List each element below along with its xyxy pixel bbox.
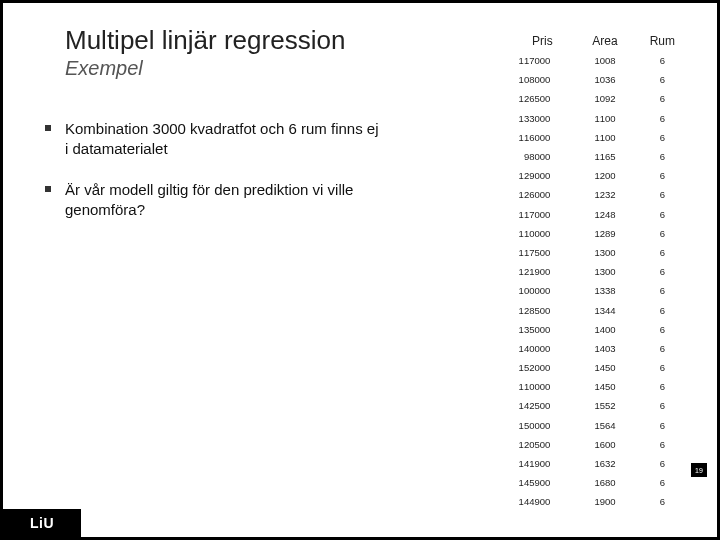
data-table: Pris Area Rum 11700010086108000103661265…: [509, 31, 691, 512]
cell-area: 1300: [576, 243, 633, 262]
cell-pris: 117000: [509, 51, 577, 70]
cell-pris: 140000: [509, 339, 577, 358]
bullet-square-icon: [45, 186, 51, 192]
cell-area: 1450: [576, 377, 633, 396]
cell-rum: 6: [634, 339, 691, 358]
bullet-list: Kombination 3000 kvadratfot och 6 rum fi…: [45, 119, 385, 240]
cell-pris: 120500: [509, 435, 577, 454]
cell-rum: 6: [634, 70, 691, 89]
cell-pris: 98000: [509, 147, 577, 166]
table-row: 11000012896: [509, 224, 691, 243]
table-body: 1170001008610800010366126500109261330001…: [509, 51, 691, 512]
cell-pris: 121900: [509, 262, 577, 281]
table-row: 11600011006: [509, 128, 691, 147]
table-row: 12850013446: [509, 300, 691, 319]
bullet-item: Kombination 3000 kvadratfot och 6 rum fi…: [45, 119, 385, 160]
cell-rum: 6: [634, 377, 691, 396]
cell-pris: 129000: [509, 166, 577, 185]
table-row: 12900012006: [509, 166, 691, 185]
cell-area: 1248: [576, 205, 633, 224]
cell-pris: 110000: [509, 224, 577, 243]
table-row: 9800011656: [509, 147, 691, 166]
cell-rum: 6: [634, 109, 691, 128]
cell-rum: 6: [634, 166, 691, 185]
bullet-text: Är vår modell giltig för den prediktion …: [65, 180, 385, 221]
table-row: 11700012486: [509, 205, 691, 224]
cell-rum: 6: [634, 128, 691, 147]
cell-rum: 6: [634, 51, 691, 70]
page-number: 19: [691, 463, 707, 477]
cell-pris: 144900: [509, 492, 577, 511]
table-row: 14490019006: [509, 492, 691, 511]
cell-pris: 117500: [509, 243, 577, 262]
cell-rum: 6: [634, 243, 691, 262]
table-row: 14190016326: [509, 454, 691, 473]
bullet-square-icon: [45, 125, 51, 131]
cell-pris: 126000: [509, 185, 577, 204]
table-row: 14000014036: [509, 339, 691, 358]
cell-area: 1100: [576, 128, 633, 147]
cell-area: 1344: [576, 300, 633, 319]
cell-rum: 6: [634, 320, 691, 339]
cell-pris: 152000: [509, 358, 577, 377]
cell-rum: 6: [634, 396, 691, 415]
col-rum: Rum: [634, 31, 691, 51]
cell-rum: 6: [634, 358, 691, 377]
cell-area: 1552: [576, 396, 633, 415]
cell-rum: 6: [634, 281, 691, 300]
slide-title: Multipel linjär regression: [65, 25, 345, 56]
table-row: 12190013006: [509, 262, 691, 281]
cell-area: 1600: [576, 435, 633, 454]
cell-area: 1450: [576, 358, 633, 377]
cell-rum: 6: [634, 473, 691, 492]
cell-area: 1289: [576, 224, 633, 243]
col-pris: Pris: [509, 31, 577, 51]
cell-pris: 128500: [509, 300, 577, 319]
table-row: 15000015646: [509, 416, 691, 435]
cell-area: 1403: [576, 339, 633, 358]
cell-area: 1900: [576, 492, 633, 511]
cell-pris: 145900: [509, 473, 577, 492]
cell-rum: 6: [634, 262, 691, 281]
footer-logo: LiU: [3, 509, 81, 537]
cell-area: 1092: [576, 89, 633, 108]
table-row: 12050016006: [509, 435, 691, 454]
table-row: 12600012326: [509, 185, 691, 204]
cell-area: 1338: [576, 281, 633, 300]
table-row: 11000014506: [509, 377, 691, 396]
cell-pris: 141900: [509, 454, 577, 473]
table-row: 10800010366: [509, 70, 691, 89]
cell-rum: 6: [634, 435, 691, 454]
cell-rum: 6: [634, 205, 691, 224]
bullet-item: Är vår modell giltig för den prediktion …: [45, 180, 385, 221]
table-row: 14250015526: [509, 396, 691, 415]
table-row: 11700010086: [509, 51, 691, 70]
cell-pris: 117000: [509, 205, 577, 224]
cell-rum: 6: [634, 416, 691, 435]
cell-rum: 6: [634, 147, 691, 166]
cell-rum: 6: [634, 454, 691, 473]
cell-rum: 6: [634, 300, 691, 319]
cell-area: 1232: [576, 185, 633, 204]
table-row: 13300011006: [509, 109, 691, 128]
cell-pris: 150000: [509, 416, 577, 435]
cell-area: 1165: [576, 147, 633, 166]
cell-pris: 135000: [509, 320, 577, 339]
cell-rum: 6: [634, 89, 691, 108]
cell-pris: 133000: [509, 109, 577, 128]
cell-area: 1564: [576, 416, 633, 435]
cell-pris: 142500: [509, 396, 577, 415]
table-row: 14590016806: [509, 473, 691, 492]
cell-area: 1200: [576, 166, 633, 185]
cell-pris: 110000: [509, 377, 577, 396]
table-row: 13500014006: [509, 320, 691, 339]
cell-area: 1300: [576, 262, 633, 281]
cell-area: 1036: [576, 70, 633, 89]
cell-area: 1680: [576, 473, 633, 492]
cell-rum: 6: [634, 492, 691, 511]
cell-pris: 100000: [509, 281, 577, 300]
cell-area: 1632: [576, 454, 633, 473]
table-row: 11750013006: [509, 243, 691, 262]
cell-area: 1400: [576, 320, 633, 339]
cell-area: 1008: [576, 51, 633, 70]
